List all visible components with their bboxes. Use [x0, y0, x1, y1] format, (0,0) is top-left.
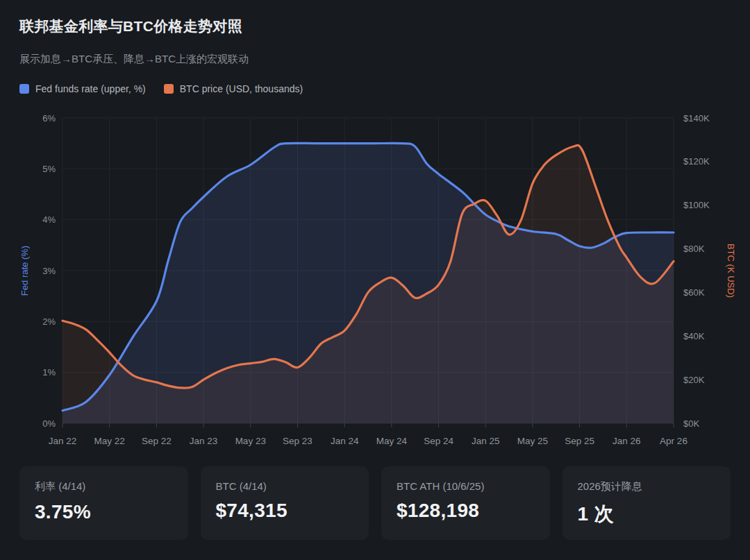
stat-card-rate-value: 3.75% — [35, 501, 173, 523]
left-axis-tick-label: 2% — [42, 316, 56, 327]
x-tick-label: Jan 25 — [472, 436, 500, 446]
right-axis-tick-label: $40K — [683, 331, 705, 341]
left-axis-tick-label: 4% — [42, 214, 56, 225]
x-tick-label: Apr 26 — [660, 436, 688, 446]
fed-btc-chart: Jan 22May 22Sep 22Jan 23May 23Sep 23Jan … — [0, 111, 750, 458]
stat-card-2026-rate-cuts-value: 1 次 — [578, 501, 716, 527]
legend-item-btc-price[interactable]: BTC price (USD, thousands) — [164, 83, 303, 94]
btc-price-legend-swatch-icon — [164, 84, 174, 94]
stat-cards: 利率 (4/14) 3.75% BTC (4/14) $74,315 BTC A… — [19, 466, 731, 540]
legend-item-fed-rate[interactable]: Fed funds rate (upper, %) — [19, 83, 146, 94]
fed-rate-legend-label: Fed funds rate (upper, %) — [35, 83, 146, 94]
right-axis-tick-label: $120K — [683, 156, 710, 167]
stat-card-btc-ath-label: BTC ATH (10/6/25) — [397, 480, 535, 492]
right-axis-tick-label: $80K — [683, 244, 705, 254]
x-tick-label: Sep 23 — [283, 436, 312, 446]
x-tick-label: May 23 — [235, 436, 266, 446]
left-axis-tick-label: 6% — [42, 113, 56, 124]
stat-card-2026-rate-cuts: 2026预计降息 1 次 — [562, 466, 731, 540]
stat-card-rate-label: 利率 (4/14) — [35, 480, 173, 493]
right-axis-tick-label: $140K — [683, 113, 710, 124]
btc-price-legend-label: BTC price (USD, thousands) — [180, 83, 303, 94]
fed-rate-legend-swatch-icon — [19, 84, 29, 94]
left-axis-tick-label: 3% — [42, 266, 56, 276]
x-tick-label: Sep 22 — [142, 436, 172, 446]
stat-card-btc-price-value: $74,315 — [216, 500, 354, 522]
right-axis-tick-label: $100K — [683, 200, 710, 210]
stat-card-btc-price-label: BTC (4/14) — [216, 480, 354, 492]
x-tick-label: Jan 24 — [331, 436, 359, 446]
x-tick-label: Sep 25 — [565, 436, 594, 446]
stat-card-btc-ath: BTC ATH (10/6/25) $128,198 — [381, 466, 550, 540]
right-axis-title: BTC (K USD) — [726, 244, 736, 298]
left-axis-tick-label: 1% — [42, 367, 56, 377]
x-tick-label: May 22 — [94, 436, 125, 446]
page-subtitle: 展示加息→BTC承压、降息→BTC上涨的宏观联动 — [19, 53, 249, 66]
right-axis-tick-label: $0K — [683, 418, 699, 429]
stat-card-btc-ath-value: $128,198 — [397, 500, 535, 522]
x-tick-label: Jan 22 — [49, 436, 77, 446]
right-axis-tick-label: $20K — [683, 375, 705, 385]
x-tick-label: May 24 — [376, 436, 408, 446]
x-tick-label: Jan 26 — [612, 436, 641, 446]
stat-card-btc-price: BTC (4/14) $74,315 — [201, 466, 369, 540]
right-axis-tick-label: $60K — [683, 287, 705, 298]
x-tick-label: Sep 24 — [424, 436, 453, 446]
left-axis-title: Fed rate (%) — [19, 246, 30, 296]
page-title: 联邦基金利率与BTC价格走势对照 — [19, 17, 242, 36]
left-axis-tick-label: 5% — [42, 164, 56, 174]
stat-card-2026-rate-cuts-label: 2026预计降息 — [578, 480, 716, 493]
x-tick-label: Jan 23 — [190, 436, 218, 446]
legend: Fed funds rate (upper, %) BTC price (USD… — [19, 83, 303, 94]
x-tick-label: May 25 — [517, 436, 548, 446]
left-axis-tick-label: 0% — [42, 418, 56, 429]
stat-card-rate: 利率 (4/14) 3.75% — [19, 466, 188, 540]
